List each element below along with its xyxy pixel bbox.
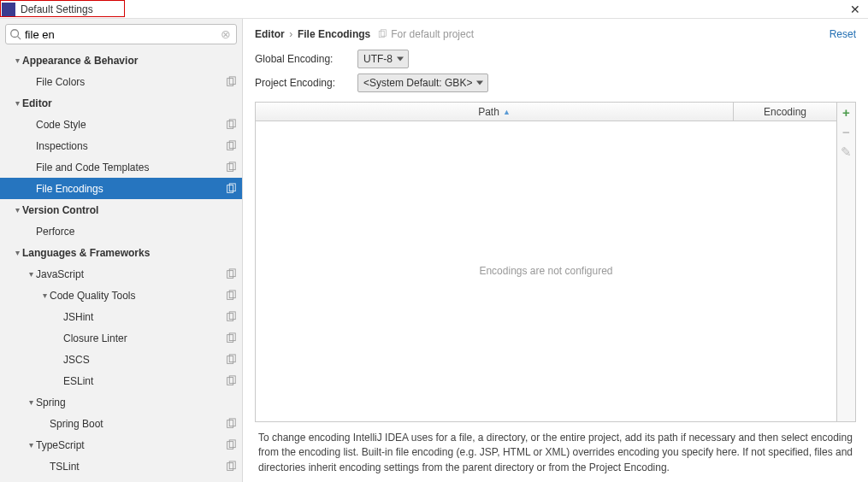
- global-encoding-select[interactable]: UTF-8: [357, 50, 409, 68]
- table-actions: + − ✎: [836, 103, 855, 421]
- project-encoding-label: Project Encoding:: [255, 77, 349, 89]
- tree-item[interactable]: ▾Editor: [0, 92, 242, 114]
- tree-item[interactable]: TSLint: [0, 456, 242, 477]
- tree-item-label: File Encodings: [36, 183, 225, 195]
- svg-line-1: [18, 37, 21, 40]
- tree-item-label: ESLint: [63, 375, 225, 387]
- chevron-down-icon: ▾: [12, 98, 22, 108]
- search-input[interactable]: [21, 28, 219, 41]
- tree-item-label: JSHint: [63, 311, 225, 323]
- tree-item[interactable]: ▾Appearance & Behavior: [0, 50, 242, 71]
- project-level-icon: [225, 140, 237, 152]
- table-header: Path▲ Encoding: [256, 103, 836, 121]
- tree-item-label: Languages & Frameworks: [22, 247, 237, 259]
- project-level-icon: [225, 119, 237, 131]
- chevron-down-icon: ▾: [39, 291, 50, 300]
- title-bar: Default Settings ✕: [0, 0, 868, 19]
- project-level-icon: [225, 418, 237, 430]
- search-input-wrap[interactable]: ⊗: [5, 24, 237, 44]
- window-title: Default Settings: [21, 3, 842, 15]
- project-level-icon: [225, 183, 237, 195]
- tree-item-label: Editor: [22, 97, 237, 109]
- add-button[interactable]: +: [842, 106, 850, 119]
- chevron-down-icon: ▾: [26, 269, 36, 279]
- tree-item-label: Perforce: [36, 226, 237, 238]
- tree-item[interactable]: ▾Languages & Frameworks: [0, 242, 242, 263]
- tree-item[interactable]: ▾Spring: [0, 391, 242, 413]
- chevron-down-icon: ▾: [26, 397, 36, 407]
- encodings-table: Path▲ Encoding Encodings are not configu…: [255, 102, 856, 422]
- col-encoding[interactable]: Encoding: [734, 103, 836, 120]
- project-level-icon: [225, 268, 237, 280]
- tree-item[interactable]: Perforce: [0, 220, 242, 242]
- close-icon[interactable]: ✕: [842, 3, 868, 16]
- reset-link[interactable]: Reset: [830, 28, 856, 40]
- breadcrumb: Editor › File Encodings: [255, 27, 370, 40]
- tree-item-label: TypeScript: [36, 439, 225, 451]
- svg-point-0: [11, 30, 19, 38]
- project-encoding-select[interactable]: <System Default: GBK>: [357, 73, 488, 92]
- tree-item-label: Spring: [36, 397, 237, 409]
- tree-item-label: File and Code Templates: [36, 162, 225, 173]
- search-icon: [9, 28, 21, 40]
- remove-button[interactable]: −: [842, 126, 850, 138]
- tree-item[interactable]: ▾Code Quality Tools: [0, 285, 242, 306]
- tree-item-label: Version Control: [22, 204, 237, 216]
- project-level-icon: [225, 461, 237, 473]
- help-text: To change encoding IntelliJ IDEA uses fo…: [243, 422, 868, 482]
- tree-item[interactable]: File Colors: [0, 71, 242, 92]
- crumb-sep: ›: [289, 28, 292, 40]
- chevron-down-icon: ▾: [12, 56, 22, 65]
- table-empty-message: Encodings are not configured: [256, 121, 836, 421]
- project-level-icon: [225, 354, 237, 366]
- tree-item[interactable]: ▾JavaScript: [0, 263, 242, 285]
- project-level-icon: [225, 375, 237, 387]
- tree-item[interactable]: Closure Linter: [0, 327, 242, 349]
- crumb-child: File Encodings: [298, 28, 370, 40]
- tree-item[interactable]: Code Style: [0, 114, 242, 135]
- tree-item-label: Inspections: [36, 140, 225, 152]
- crumb-parent: Editor: [255, 28, 285, 40]
- project-level-icon: [225, 332, 237, 344]
- tree-item[interactable]: File Encodings: [0, 178, 242, 199]
- tree-item-label: File Colors: [36, 76, 225, 88]
- project-level-icon: [225, 76, 237, 88]
- tree-item[interactable]: File and Code Templates: [0, 156, 242, 178]
- tree-item[interactable]: ▾Version Control: [0, 199, 242, 220]
- project-scope-note: For default project: [377, 28, 474, 40]
- global-encoding-label: Global Encoding:: [255, 53, 349, 65]
- tree-item[interactable]: ▾TypeScript: [0, 434, 242, 456]
- tree-item-label: Spring Boot: [50, 418, 225, 430]
- project-level-icon: [225, 162, 237, 173]
- tree-item-label: JSCS: [63, 354, 225, 366]
- project-level-icon: [225, 290, 237, 302]
- sort-asc-icon: ▲: [503, 108, 511, 116]
- copy-icon: [377, 29, 387, 39]
- project-level-icon: [225, 439, 237, 451]
- tree-item[interactable]: JSHint: [0, 306, 242, 327]
- tree-item[interactable]: JSCS: [0, 349, 242, 370]
- tree-item[interactable]: Spring Boot: [0, 413, 242, 434]
- tree-item-label: JavaScript: [36, 268, 225, 280]
- tree-item-label: TSLint: [50, 461, 225, 473]
- chevron-down-icon: ▾: [26, 440, 36, 450]
- project-level-icon: [225, 311, 237, 323]
- edit-button[interactable]: ✎: [841, 145, 852, 158]
- chevron-down-icon: ▾: [12, 248, 22, 257]
- clear-search-icon[interactable]: ⊗: [219, 27, 233, 41]
- tree-item-label: Code Style: [36, 119, 225, 131]
- chevron-down-icon: ▾: [12, 205, 22, 215]
- app-icon: [2, 3, 15, 16]
- tree-item-label: Closure Linter: [63, 332, 225, 344]
- tree-item-label: Code Quality Tools: [50, 290, 225, 302]
- tree-item[interactable]: ESLint: [0, 370, 242, 391]
- col-path[interactable]: Path▲: [256, 103, 734, 120]
- tree-item-label: Appearance & Behavior: [22, 55, 237, 67]
- content-pane: Editor › File Encodings For default proj…: [243, 19, 868, 482]
- sidebar: ⊗ ▾Appearance & BehaviorFile Colors▾Edit…: [0, 19, 243, 482]
- settings-tree: ▾Appearance & BehaviorFile Colors▾Editor…: [0, 48, 242, 482]
- tree-item[interactable]: Inspections: [0, 135, 242, 156]
